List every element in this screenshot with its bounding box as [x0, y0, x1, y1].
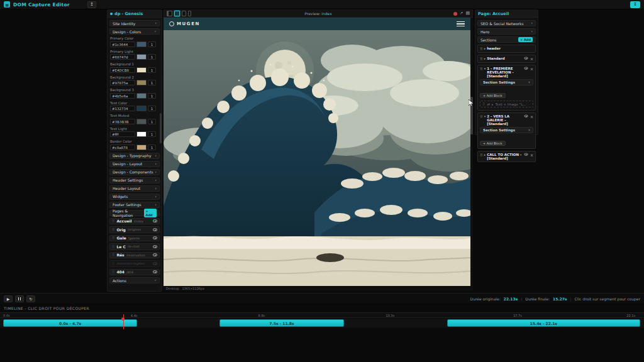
page-row-mentions-legales[interactable]: ⠿ /mentions-legales: [109, 260, 160, 267]
hex-input[interactable]: #4b5e6a: [110, 93, 135, 99]
color-swatch[interactable]: [136, 145, 147, 150]
drag-handle-icon[interactable]: ⠿: [112, 219, 114, 223]
export-button[interactable]: ↧: [630, 1, 640, 8]
left-panel-scrollbar[interactable]: [160, 19, 162, 290]
color-swatch[interactable]: [136, 131, 147, 137]
widgets-row[interactable]: Widgets ›: [109, 194, 160, 200]
timeline-ruler[interactable]: 0.0s 4.4s 8.8s 13.3s 17.7s 22.1s: [0, 312, 644, 318]
hero-row[interactable]: Hero ›: [477, 28, 536, 35]
playhead[interactable]: [123, 314, 124, 329]
visibility-eye-icon[interactable]: [524, 67, 528, 69]
pages-navigation-row[interactable]: Pages & Navigation + Add: [109, 210, 160, 216]
visibility-eye-icon[interactable]: [153, 253, 157, 256]
opacity-input[interactable]: 1: [148, 131, 156, 137]
visibility-eye-off-icon[interactable]: [153, 262, 157, 265]
drag-handle-icon[interactable]: ⠿: [482, 102, 485, 106]
color-swatch[interactable]: [136, 54, 147, 60]
pause-button[interactable]: [15, 295, 24, 302]
hex-input[interactable]: #3B3B3B: [110, 119, 135, 124]
add-page-button[interactable]: + Add: [144, 209, 157, 217]
section-item-vers-la-galerie[interactable]: ⠿ ▾ 2 - VERS LA GALERIE - [Standard] × S…: [477, 112, 536, 149]
color-swatch[interactable]: [136, 93, 147, 99]
collapse-triangle-icon[interactable]: ▸: [484, 153, 486, 156]
swap-icon[interactable]: ⇄: [487, 102, 490, 106]
opacity-input[interactable]: 1: [148, 41, 156, 47]
section-settings-row[interactable]: Section Settings ›: [480, 127, 533, 133]
page-row-accueil[interactable]: ⠿ Accueil /index: [109, 218, 160, 225]
timeline-segment-1[interactable]: 0.0s - 4.7s: [3, 319, 137, 327]
header-settings-row[interactable]: Header Settings ›: [109, 177, 160, 184]
delete-icon[interactable]: ×: [530, 153, 533, 157]
page-row-le-chef[interactable]: ⠿ Le C /le-chef: [109, 243, 160, 250]
design-components-row[interactable]: Design - Components ›: [109, 169, 160, 175]
seo-social-row[interactable]: SEO & Social Networks ›: [477, 20, 536, 26]
visibility-eye-icon[interactable]: [524, 153, 528, 155]
opacity-input[interactable]: 1: [148, 145, 156, 150]
page-row-galerie[interactable]: ⠿ Gale /galerie: [109, 235, 160, 242]
drag-handle-icon[interactable]: ⠿: [480, 47, 483, 51]
hex-input[interactable]: #132734: [110, 106, 135, 111]
preview-scrollbar[interactable]: [470, 18, 473, 286]
site-identity-row[interactable]: Site Identity ›: [109, 20, 160, 26]
page-row-origines[interactable]: ⠿ Orig /origines: [109, 226, 160, 233]
collapse-triangle-icon[interactable]: ▸: [484, 57, 486, 60]
timeline-segment-2[interactable]: 7.5s - 11.8s: [219, 319, 344, 327]
collapse-triangle-icon[interactable]: ▸: [484, 47, 486, 50]
drag-handle-icon[interactable]: ⠿: [480, 67, 483, 71]
upload-button[interactable]: ↥: [87, 1, 96, 8]
drag-handle-icon[interactable]: ⠿: [480, 114, 483, 119]
opacity-input[interactable]: 1: [148, 106, 156, 111]
color-swatch[interactable]: [136, 106, 147, 111]
delete-icon[interactable]: ×: [530, 57, 533, 61]
section-item-header[interactable]: ⠿ ▸ header: [477, 45, 536, 53]
hex-input[interactable]: #68747d: [110, 54, 135, 60]
design-layout-row[interactable]: Design - Layout ›: [109, 161, 160, 167]
header-layout-row[interactable]: Header Layout ›: [109, 185, 160, 192]
design-typography-row[interactable]: Design - Typography ›: [109, 153, 160, 159]
actions-row[interactable]: Actions ›: [109, 277, 160, 283]
section-settings-row[interactable]: Section Settings ›: [480, 79, 533, 85]
design-colors-row[interactable]: Design - Colors ›: [109, 28, 160, 35]
hex-input[interactable]: #fff: [110, 131, 135, 137]
visibility-eye-icon[interactable]: [153, 245, 157, 248]
hex-input[interactable]: #97875a: [110, 80, 135, 85]
hex-input[interactable]: #c8a878: [110, 145, 135, 150]
timeline-track[interactable]: 0.0s - 4.7s 7.5s - 11.8s 15.4s - 22.1s: [0, 319, 644, 328]
drag-handle-icon[interactable]: ⠿: [112, 261, 114, 266]
hex-input[interactable]: #E4DCB8: [110, 67, 135, 73]
page-row-404[interactable]: ⠿ 404 /404: [109, 269, 160, 276]
footer-settings-row[interactable]: Footer Settings ›: [109, 202, 160, 208]
add-block-button[interactable]: + Add Block: [480, 93, 506, 98]
color-swatch[interactable]: [136, 80, 147, 85]
delete-icon[interactable]: ×: [530, 114, 533, 119]
hamburger-menu-icon[interactable]: [457, 21, 465, 27]
opacity-input[interactable]: 1: [148, 67, 156, 73]
visibility-eye-icon[interactable]: [153, 228, 157, 231]
collapse-triangle-icon[interactable]: ▸: [492, 102, 494, 106]
section-item-call-to-action[interactable]: ⠿ ▸ CALL TO ACTION - [Standard] ×: [477, 151, 536, 162]
drag-handle-icon[interactable]: ⠿: [112, 244, 114, 249]
expand-triangle-icon[interactable]: ▾: [484, 114, 486, 118]
drag-handle-icon[interactable]: ⠿: [112, 228, 114, 232]
drag-handle-icon[interactable]: ⠿: [480, 153, 483, 157]
section-item-standard[interactable]: ⠿ ▸ Standard ×: [477, 55, 536, 63]
expand-triangle-icon[interactable]: ▾: [484, 67, 486, 70]
opacity-input[interactable]: 1: [148, 119, 156, 124]
visibility-eye-icon[interactable]: [524, 114, 528, 117]
section-item-premiere-revelation[interactable]: ⠿ ▾ 1 - PREMIÈRE RÉVÉLATION - [Standard]…: [477, 65, 536, 111]
visibility-eye-icon[interactable]: [153, 236, 157, 239]
visibility-eye-icon[interactable]: [153, 270, 157, 273]
opacity-input[interactable]: 1: [148, 80, 156, 85]
opacity-input[interactable]: 1: [148, 93, 156, 99]
hex-input[interactable]: #1c3644: [110, 41, 135, 47]
delete-icon[interactable]: ×: [530, 67, 533, 71]
scrollbar-thumb[interactable]: [160, 113, 162, 143]
loop-button[interactable]: ↻: [26, 295, 35, 302]
color-swatch[interactable]: [136, 119, 147, 124]
visibility-eye-icon[interactable]: [524, 57, 528, 59]
drag-handle-icon[interactable]: ⠿: [112, 270, 114, 274]
drag-handle-icon[interactable]: ⠿: [112, 236, 114, 240]
play-button[interactable]: ▶: [4, 295, 13, 302]
add-section-button[interactable]: + Add: [518, 37, 533, 42]
page-row-reservation[interactable]: ⠿ Rés /reservation: [109, 252, 160, 259]
